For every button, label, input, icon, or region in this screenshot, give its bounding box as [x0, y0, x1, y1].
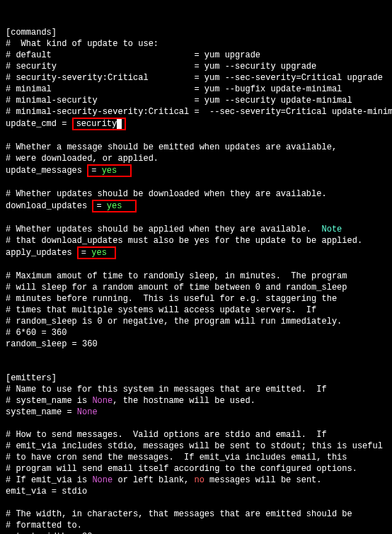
comment: # minutes before running. This is useful… [6, 294, 337, 304]
comment: # were downloaded, or applied. [6, 154, 158, 164]
comment: # security = yum --security upgrade [6, 62, 316, 72]
download-updates-highlight: = yes [92, 200, 136, 212]
comment: or left blank, [113, 475, 194, 485]
section-commands: [commands] [6, 28, 57, 38]
equals: = [81, 248, 91, 258]
update-messages-key: update_messages [6, 166, 87, 176]
comment: # Whether a message should be emitted wh… [6, 142, 337, 152]
comment: # What kind of update to use: [6, 39, 158, 49]
apply-updates-value[interactable]: yes [91, 248, 107, 258]
no-keyword: no [194, 475, 204, 485]
comment: # that download_updates must also be yes… [6, 236, 362, 246]
update-cmd-key: update_cmd = [6, 119, 72, 129]
comment: # security-severity:Critical = yum --sec… [6, 73, 383, 83]
comment: # to have cron send the messages. If emi… [6, 453, 347, 462]
emit-via[interactable]: emit_via = stdio [6, 487, 87, 496]
comment: # program will send email itself accordi… [6, 464, 357, 474]
apply-updates-key: apply_updates [6, 248, 77, 258]
cursor [117, 119, 122, 129]
none-keyword: None [92, 396, 113, 406]
comment: # Whether updates should be applied when… [6, 225, 321, 234]
update-messages-highlight: = yes [87, 164, 131, 177]
terminal-output: [commands] # What kind of update to use:… [6, 27, 386, 534]
update-messages-value[interactable]: yes [102, 166, 117, 176]
comment: # system_name is [6, 396, 92, 406]
download-updates-value[interactable]: yes [107, 201, 122, 211]
comment: # minimal-security = yum --security upda… [6, 96, 352, 106]
equals: = [91, 166, 101, 176]
comment: # random_sleep is 0 or negative, the pro… [6, 317, 342, 326]
comment: # emit_via includes stdio, messages will… [6, 441, 383, 451]
none-keyword: None [92, 475, 113, 485]
comment: # How to send messages. Valid options ar… [6, 430, 327, 440]
comment: # minimal = yum --bugfix update-minimal [6, 84, 342, 94]
section-emitters: [emitters] [6, 373, 57, 383]
comment: # times that multiple systems will acces… [6, 305, 316, 315]
apply-updates-highlight: = yes [77, 246, 116, 259]
comment: , the hostname will be used. [113, 396, 255, 406]
comment: # Whether updates should be downloaded w… [6, 189, 327, 199]
update-cmd-highlight: security [72, 118, 127, 130]
download-updates-key: download_updates [6, 201, 92, 211]
system-name-value[interactable]: None [77, 407, 98, 417]
system-name-key: system_name = [6, 407, 77, 417]
equals: = [96, 201, 106, 211]
random-sleep[interactable]: random_sleep = 360 [6, 339, 98, 349]
comment: # Name to use for this system in message… [6, 385, 327, 394]
comment: # Maximum amout of time to randomly slee… [6, 271, 347, 281]
comment: # will sleep for a random amount of time… [6, 283, 347, 292]
comment: # minimal-security-severity:Critical = -… [6, 107, 392, 117]
comment: messages will be sent. [204, 475, 322, 485]
update-cmd-value[interactable]: security [76, 119, 117, 129]
comment: # If emit_via is [6, 475, 92, 485]
comment: # default = yum upgrade [6, 50, 260, 60]
note-keyword: Note [321, 225, 342, 234]
comment: # The width, in characters, that message… [6, 509, 352, 519]
comment: # formatted to. [6, 521, 82, 530]
comment: # 6*60 = 360 [6, 328, 67, 338]
